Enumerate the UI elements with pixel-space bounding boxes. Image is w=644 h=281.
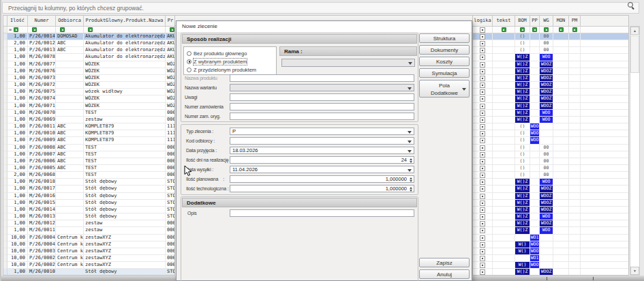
data-przyjęcia-input[interactable]: 18.03.2026: [230, 147, 414, 154]
uwagi-input[interactable]: [230, 93, 414, 101]
logika-checkbox[interactable]: [480, 83, 485, 88]
order-flags-row[interactable]: W()ZWOO: [473, 54, 628, 61]
logika-checkbox[interactable]: [480, 117, 485, 123]
search-icon[interactable]: [628, 2, 634, 9]
logika-checkbox[interactable]: [480, 34, 485, 40]
radio-option[interactable]: Bez produktu głównego: [187, 50, 247, 57]
order-row[interactable]: 1,00M/26/0078Akumulator do elektronarzęd…: [3, 54, 174, 61]
struktura-button[interactable]: Struktura: [419, 33, 470, 43]
rama-select[interactable]: [281, 59, 415, 67]
order-flags-row[interactable]: ()00: [473, 172, 628, 179]
filter-cell[interactable]: [28, 27, 56, 33]
logika-checkbox[interactable]: [480, 242, 485, 248]
order-row[interactable]: 1,00P/26/0010ABCKOMPLET879111: [3, 130, 174, 137]
order-flags-row[interactable]: ()00: [473, 47, 628, 54]
order-flags-row[interactable]: W()ZWOOZ: [473, 61, 628, 68]
order-flags-row[interactable]: ()WOO: [473, 123, 628, 130]
scrollbar-thumb[interactable]: [630, 35, 639, 73]
order-flags-row[interactable]: W()ZWOO: [473, 117, 628, 123]
logika-checkbox[interactable]: [480, 221, 485, 226]
filter-cell[interactable]: [515, 27, 530, 33]
order-flags-row[interactable]: W()ZWOOZ: [473, 186, 628, 192]
order-row[interactable]: 1,00P/26/0014DOMOSADAkumulator do elektr…: [3, 33, 174, 40]
order-flags-row[interactable]: W()ZWOO: [473, 179, 628, 186]
radio-option[interactable]: Z przydzielonym produktem: [187, 66, 256, 73]
order-flags-row[interactable]: W()ZWOO: [473, 227, 628, 234]
filter-icon[interactable]: [170, 27, 174, 32]
order-flags-row[interactable]: W()WOO: [473, 241, 628, 248]
vertical-scrollbar[interactable]: ▲ ▼: [630, 26, 640, 276]
filter-cell[interactable]: [540, 27, 553, 33]
logika-checkbox[interactable]: [480, 186, 485, 192]
order-row[interactable]: 10,00P/26/0002Centrum kzestawXYZ000: [3, 255, 174, 262]
logika-checkbox[interactable]: [480, 166, 485, 171]
pola-dodatkowe-button[interactable]: PolaDodatkowe: [419, 80, 470, 98]
order-row[interactable]: 10,00P/26/0002Centrum kzestawXYZ000: [3, 262, 174, 269]
order-flags-row[interactable]: W()ZWOOZ: [473, 269, 628, 276]
logika-checkbox[interactable]: [480, 228, 485, 233]
scroll-up-button[interactable]: ▲: [630, 27, 639, 35]
logika-checkbox[interactable]: [480, 201, 485, 206]
order-flags-row[interactable]: ()00: [473, 158, 628, 165]
order-flags-row[interactable]: WO1: [473, 255, 628, 262]
order-flags-row[interactable]: W()ZWOOZ: [473, 75, 628, 82]
order-row[interactable]: 1,00P/26/0008ABCTEST000: [3, 145, 174, 151]
filter-cell[interactable]: [553, 27, 569, 33]
ilość-dni-na-realizację-input[interactable]: 24: [230, 156, 414, 164]
order-flags-row[interactable]: ()00: [473, 145, 628, 151]
order-row[interactable]: 2,00P/26/0012ABCAkumulator do elektronar…: [3, 40, 174, 47]
ilość-technologiczna-input[interactable]: 1,000000: [230, 185, 414, 192]
order-flags-row[interactable]: W()ZWOOZ: [473, 220, 628, 227]
order-row[interactable]: 1,00M/26/0075wózek widłowyWÓZ: [3, 89, 174, 95]
filter-icon[interactable]: [502, 27, 506, 32]
logika-checkbox[interactable]: [480, 48, 485, 53]
order-row[interactable]: 1,00M/26/0070TEST000: [3, 110, 174, 117]
order-flags-row[interactable]: W()ZWOO: [473, 110, 628, 117]
column-header[interactable]: Numer: [28, 16, 56, 27]
order-row[interactable]: 1,00P/26/0007ABCTEST000: [3, 151, 174, 158]
order-flags-row[interactable]: WO1: [473, 235, 628, 241]
order-row[interactable]: 1,00M/26/0014Stół dębowySTO: [3, 207, 174, 213]
logika-checkbox[interactable]: [480, 235, 485, 241]
column-header[interactable]: tekst: [493, 16, 515, 27]
filter-cell[interactable]: [530, 27, 540, 33]
logika-checkbox[interactable]: [480, 27, 485, 33]
filter-icon[interactable]: [559, 27, 564, 32]
nazwa-produktu-input[interactable]: [230, 74, 414, 82]
radio-option[interactable]: Z wybranym produktem: [187, 58, 247, 65]
order-flags-row[interactable]: W()ZWOOZ: [473, 89, 628, 95]
order-flags-row[interactable]: W()ZWOO: [473, 213, 628, 220]
column-header[interactable]: PM: [569, 16, 581, 27]
order-row[interactable]: 1,00M/26/0018Stół dębowySTO: [3, 179, 174, 186]
order-row[interactable]: 1,00M/26/0016Stół dębowySTO: [3, 193, 174, 200]
spinner-buttons[interactable]: [408, 186, 413, 192]
scroll-down-button[interactable]: ▼: [630, 267, 639, 275]
column-header[interactable]: MON: [553, 16, 569, 27]
numer-zamówienia-input[interactable]: [230, 103, 414, 110]
kod-odbiorcy-input[interactable]: [230, 137, 414, 145]
logika-checkbox[interactable]: [480, 89, 485, 95]
order-row[interactable]: 1,00M/26/0013Stół dębowySTO: [3, 213, 174, 220]
logika-checkbox[interactable]: [480, 207, 485, 213]
filter-cell[interactable]: [84, 27, 166, 33]
logika-checkbox[interactable]: [480, 55, 485, 60]
opis-input[interactable]: [230, 209, 414, 217]
symulacja-button[interactable]: Symulacja: [419, 68, 470, 78]
order-flags-row[interactable]: W()WOO: [473, 248, 628, 255]
column-header[interactable]: logika: [473, 16, 493, 27]
order-row[interactable]: 1,00M/26/0011zestaw000: [3, 227, 174, 234]
logika-checkbox[interactable]: [480, 131, 485, 136]
order-row[interactable]: 1,00M/26/0069zestaw000: [3, 117, 174, 123]
order-row[interactable]: 1,00P/26/0011ABCKOMPLET879111: [3, 123, 174, 130]
logika-checkbox[interactable]: [480, 179, 485, 185]
logika-checkbox[interactable]: [480, 104, 485, 109]
save-button[interactable]: Zapisz: [419, 258, 470, 267]
order-row[interactable]: 1,00P/26/0013ABCAkumulator do elektronar…: [3, 47, 174, 54]
order-row[interactable]: 1,00P/26/0005ABCTEST000: [3, 165, 174, 172]
logika-checkbox[interactable]: [480, 41, 485, 46]
order-flags-row[interactable]: W()ZWOOZ: [473, 200, 628, 207]
logika-checkbox[interactable]: [480, 194, 485, 199]
order-row[interactable]: 1,00M/26/0076WÓZEKWÓZ: [3, 68, 174, 75]
logika-checkbox[interactable]: [480, 145, 485, 151]
logika-checkbox[interactable]: [480, 249, 485, 254]
